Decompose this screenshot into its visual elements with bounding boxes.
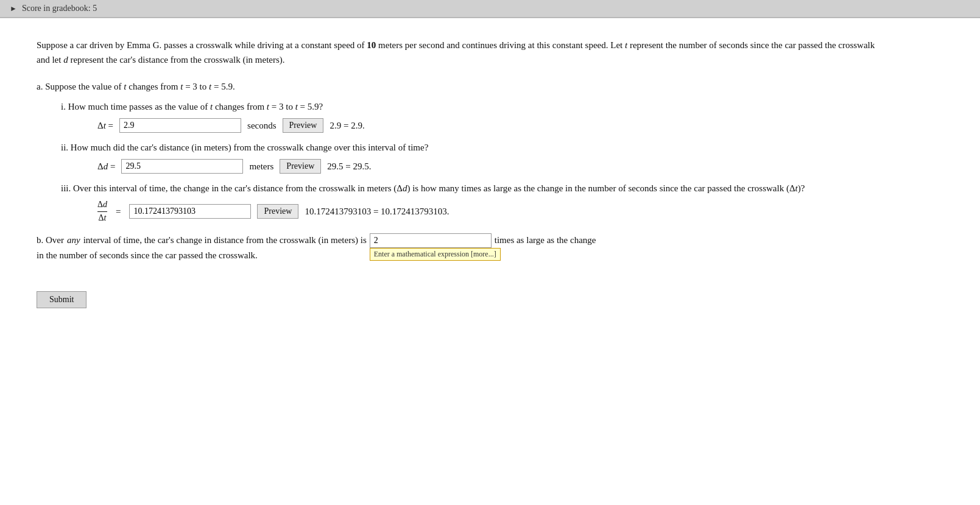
tooltip-box: Enter a mathematical expression [more...… xyxy=(370,248,501,261)
delta-t-input[interactable] xyxy=(119,118,241,133)
part-a-label: a. Suppose the value of t changes from t… xyxy=(37,82,943,92)
delta-d-unit: meters xyxy=(249,161,273,172)
delta-t-label: Δt = xyxy=(97,121,113,131)
fraction-numerator: Δd xyxy=(97,200,107,212)
arrow-icon: ► xyxy=(10,4,17,13)
fraction-preview-result: 10.172413793103 = 10.172413793103. xyxy=(305,207,449,217)
page-container: ► Score in gradebook: 5 Suppose a car dr… xyxy=(0,0,980,505)
delta-d-row: Δd = meters Preview 29.5 = 29.5. xyxy=(97,159,943,174)
sub-part-iii: iii. Over this interval of time, the cha… xyxy=(61,183,943,224)
topbar-text: Score in gradebook: 5 xyxy=(22,4,97,13)
sub-part-i-label: i. How much time passes as the value of … xyxy=(61,102,943,112)
sub-part-i: i. How much time passes as the value of … xyxy=(61,102,943,133)
delta-d-preview-result: 29.5 = 29.5. xyxy=(327,161,371,172)
fraction-equals: = xyxy=(116,207,121,217)
top-bar: ► Score in gradebook: 5 xyxy=(0,0,980,18)
fraction-preview-btn[interactable]: Preview xyxy=(257,204,298,219)
part-b-middle: interval of time, the car's change in di… xyxy=(83,235,367,245)
fraction-denominator: Δt xyxy=(99,212,107,224)
delta-d-input[interactable] xyxy=(121,159,243,174)
fraction-row: Δd Δt = Preview 10.172413793103 = 10.172… xyxy=(97,200,943,224)
submit-button[interactable]: Submit xyxy=(37,291,86,308)
part-b-row1: b. Over any interval of time, the car's … xyxy=(37,233,943,248)
problem-intro: Suppose a car driven by Emma G. passes a… xyxy=(37,38,889,67)
delta-d-preview-btn[interactable]: Preview xyxy=(280,159,321,174)
fraction-input[interactable] xyxy=(129,204,251,219)
submit-area: Submit xyxy=(37,279,943,308)
sub-part-ii: ii. How much did the car's distance (in … xyxy=(61,143,943,174)
part-b-after: times as large as the change xyxy=(495,235,596,245)
delta-d-label: Δd = xyxy=(97,161,115,172)
part-b-input[interactable] xyxy=(370,233,492,248)
delta-t-unit: seconds xyxy=(247,121,277,131)
part-b-input-container: Enter a mathematical expression [more...… xyxy=(370,233,492,248)
part-b-container: b. Over any interval of time, the car's … xyxy=(37,233,943,261)
delta-t-row: Δt = seconds Preview 2.9 = 2.9. xyxy=(97,118,943,133)
delta-t-preview-btn[interactable]: Preview xyxy=(283,118,324,133)
sub-part-ii-label: ii. How much did the car's distance (in … xyxy=(61,143,943,153)
fraction-symbol: Δd Δt xyxy=(97,200,107,224)
part-b-before: b. Over xyxy=(37,235,64,245)
content-area: Suppose a car driven by Emma G. passes a… xyxy=(0,26,980,320)
sub-part-iii-label: iii. Over this interval of time, the cha… xyxy=(61,183,943,194)
delta-t-preview-result: 2.9 = 2.9. xyxy=(330,121,364,131)
part-b-any: any xyxy=(67,235,80,245)
